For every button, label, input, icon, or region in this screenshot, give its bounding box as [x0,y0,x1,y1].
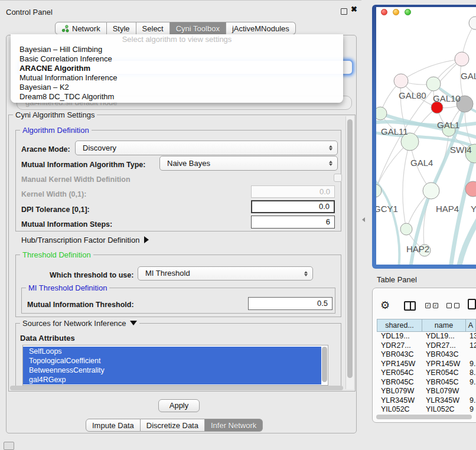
network-node[interactable] [376,107,387,120]
table-cell [465,387,476,396]
table-cell: YLR345W [377,396,422,406]
table-cell: YBR045C [422,378,465,387]
table-column-header[interactable]: shared... [377,319,422,332]
table-column-header[interactable]: A [465,319,476,332]
traffic-zoom-icon[interactable] [405,9,411,15]
apply-button[interactable]: Apply [158,399,200,412]
algorithm-option[interactable]: Bayesian – Hill Climbing [11,45,343,54]
network-node-label: GAL10 [433,93,461,103]
float-window-icon[interactable] [341,8,347,15]
sources-legend[interactable]: Sources for Network Inference [20,319,139,328]
settings-vscrollbar-track[interactable] [345,116,354,389]
export-table-icon[interactable] [468,299,476,309]
tab-cyni-toolbox[interactable]: Cyni Toolbox [170,22,226,35]
table-column-header[interactable]: name [422,319,465,332]
tab-select[interactable]: Select [136,22,170,35]
tab-style[interactable]: Style [107,22,136,35]
tab-discretize-data[interactable]: Discretize Data [141,419,205,432]
mi-type-combobox[interactable]: Naive Bayes [159,156,338,171]
combo-arrows-icon [304,267,308,280]
mi-steps-label: Mutual Information Steps: [21,220,112,229]
table-row[interactable]: YPR145WYPR145W9. [377,360,476,369]
traffic-close-icon[interactable] [381,9,387,15]
dropdown-placeholder: Select algorithm to view settings [11,34,343,45]
network-node[interactable] [423,182,439,199]
tab-infer-network[interactable]: Infer Network [205,419,263,432]
table-row[interactable]: YDR27...YDR27...12 [377,341,476,351]
aracne-mode-combobox[interactable]: Discovery [75,141,338,155]
traffic-minimize-icon[interactable] [393,9,399,15]
data-attributes-list[interactable]: SelfLoopsTopologicalCoefficientBetweenne… [22,345,328,386]
column-layout-icon[interactable] [404,301,416,311]
settings-vscrollbar-thumb[interactable] [347,119,353,378]
algorithm-option[interactable]: Dream8 DC_TDC Algorithm [11,92,343,102]
data-attribute-item[interactable]: TopologicalCoefficient [23,356,321,366]
table-header-row: shared...nameA [377,319,476,332]
mi-threshold-label: Mutual Information Threshold: [27,301,134,309]
table-row[interactable]: YBR045CYBR045C9. [377,378,476,387]
network-node-label: GAL4 [410,158,433,168]
gear-icon[interactable]: ⚙ [380,299,390,312]
mi-type-label: Mutual Information Algorithm Type: [21,161,145,169]
attributes-vscrollbar-thumb[interactable] [322,347,327,382]
manual-kernel-checkbox[interactable] [334,174,342,182]
table-cell: YPR145W [377,360,422,369]
algorithm-option[interactable]: Basic Correlation Inference [11,54,343,64]
network-canvas[interactable]: GALGAL80GAL10GAL11GAL1SWI4GAL4GCY1HAP4YH… [376,7,476,265]
table-row[interactable]: YER054CYER054C8. [377,369,476,378]
mi-threshold-field[interactable]: 0.5 [248,297,332,310]
network-node-label: GCY1 [376,204,398,214]
aracne-mode-value: Discovery [83,144,116,152]
kernel-width-label: Kernel Width (0,1): [21,190,86,198]
which-threshold-value: MI Threshold [145,269,190,278]
network-node[interactable] [400,223,412,235]
deselect-all-checkboxes-icon[interactable] [446,303,459,308]
network-edge-bundle[interactable] [459,217,476,265]
data-attribute-item[interactable]: gal4RGexp [23,375,321,384]
expander-down-arrow-icon [130,321,137,325]
network-node[interactable] [394,74,408,88]
tab-jactivemnodules[interactable]: jActiveMNodules [226,22,296,35]
algorithm-option[interactable]: ARACNE Algorithm [11,64,343,73]
data-attribute-item[interactable]: SelfLoops [23,347,321,356]
tab-network[interactable]: Network [55,22,107,35]
table-row[interactable]: YBR043CYBR043C [377,350,476,360]
dpi-tolerance-field[interactable]: 0.0 [251,200,335,213]
table-cell: 9. [465,396,476,406]
table-row[interactable]: YLR345WYLR345W9. [377,396,476,406]
threshold-definition-legend: Threshold Definition [20,250,93,259]
table-cell: YBL079W [422,387,465,396]
algorithm-option[interactable]: Bayesian – K2 [11,83,343,92]
table-cell: 9. [465,360,476,369]
panel-splitter-handle[interactable] [362,217,365,222]
table-cell: YDR27... [422,341,465,351]
network-node-label: Y [471,204,476,214]
network-node-label: GAL [461,71,476,81]
mi-steps-field[interactable]: 6 [251,216,335,229]
which-threshold-combobox[interactable]: MI Threshold [138,266,313,281]
network-node[interactable] [469,17,476,30]
network-icon [61,25,69,32]
close-icon[interactable]: ✖ [351,5,357,14]
table-row[interactable]: YDL19...YDL19...13 [377,332,476,341]
algorithm-dropdown-popup: Select algorithm to view settings Bayesi… [11,34,343,103]
table-row[interactable]: YBL079WYBL079W [377,387,476,396]
minimized-panel-icon[interactable] [4,442,14,450]
select-all-checkboxes-icon[interactable]: ✓✓ [425,303,438,308]
table-cell: YPR145W [422,360,465,369]
data-attribute-item[interactable]: BetweennessCentrality [23,366,321,375]
algorithm-option[interactable]: Mutual Information Inference [11,73,343,83]
network-edge[interactable] [403,142,410,229]
network-node[interactable] [455,52,469,66]
kernel-width-field[interactable]: 0.0 [251,185,335,198]
hub-tf-definition-expander[interactable]: Hub/Transcription Factor Definition [21,236,149,244]
network-node[interactable] [426,77,441,91]
tab-impute-data[interactable]: Impute Data [86,419,141,432]
table-cell: 13 [465,332,476,341]
table-hscrollbar-thumb[interactable] [376,415,472,419]
table-row[interactable]: YIL052CYIL052C9 [377,405,476,413]
table-cell: YIL052C [422,405,465,413]
network-node[interactable] [431,102,443,113]
settings-hscrollbar-thumb[interactable] [10,386,343,390]
table-cell: YBL079W [377,387,422,396]
